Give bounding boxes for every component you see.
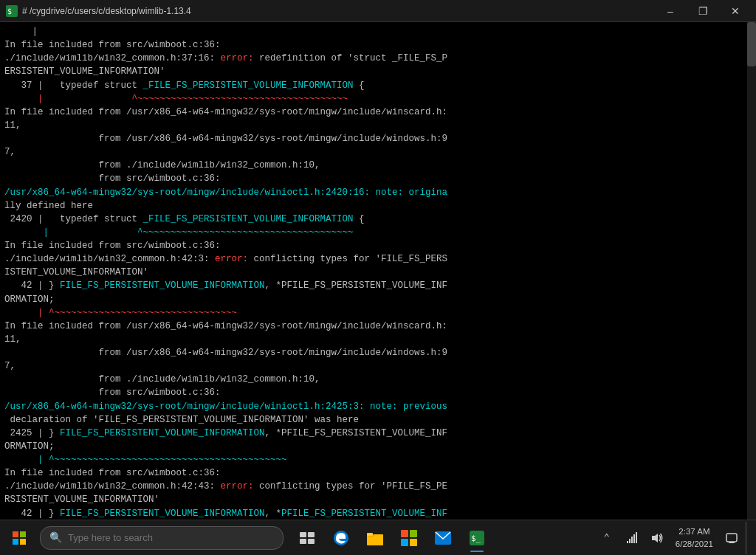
svg-rect-17: [410, 539, 417, 546]
terminal-line: from ./include/wimlib/win32_common.h:10,: [4, 373, 752, 386]
terminal-line: ./include/wimlib/win32_common.h:37:16: e…: [4, 52, 752, 65]
terminal-line: from src/wimboot.c:36:: [4, 386, 752, 399]
volume-icon[interactable]: [646, 525, 668, 551]
svg-rect-25: [636, 532, 637, 543]
ms-store-icon: [401, 530, 417, 546]
start-button[interactable]: [3, 522, 35, 554]
svg-rect-13: [367, 533, 373, 536]
clock-time: 2:37 AM: [678, 525, 709, 537]
svg-rect-15: [410, 530, 417, 537]
svg-rect-14: [401, 530, 408, 537]
edge-browser-button[interactable]: [325, 522, 357, 554]
svg-rect-2: [13, 531, 18, 537]
svg-rect-5: [20, 539, 26, 545]
terminal-line: 2425 | } FILE_FS_PERSISTENT_VOLUME_INFOR…: [4, 427, 752, 440]
svg-rect-16: [401, 539, 408, 546]
terminal-line: | ^~~~~~~~~~~~~~~~~~~~~~~~~~~~~~~~~~~~~~…: [4, 92, 752, 106]
minimize-button[interactable]: –: [656, 3, 685, 19]
title-bar: $ # /cygdrive/c/users/c/desktop/wimlib-1…: [0, 0, 756, 22]
terminal-line: from /usr/x86_64-w64-mingw32/sys-root/mi…: [4, 346, 752, 359]
search-input[interactable]: [68, 532, 274, 543]
title-bar-controls: – ❐ ✕: [656, 3, 750, 19]
terminal-content: | In file included from src/wimboot.c:36…: [0, 22, 756, 520]
terminal-line: 42 | } FILE_FS_PERSISTENT_VOLUME_INFORMA…: [4, 507, 752, 520]
terminal-line: lly defined here: [4, 199, 752, 213]
svg-rect-23: [631, 537, 633, 543]
terminal-line: 11,: [4, 119, 752, 132]
terminal-line: In file included from src/wimboot.c:36:: [4, 38, 752, 52]
svg-rect-8: [300, 539, 306, 544]
system-tray-chevron[interactable]: ⌃: [596, 525, 618, 551]
svg-marker-26: [652, 534, 658, 542]
title-bar-title: # /cygdrive/c/users/c/desktop/wimlib-1.1…: [22, 6, 191, 16]
terminal-line: | ^~~~~~~~~~~~~~~~~~~~~~~~~~~~~~~~~~: [4, 306, 752, 320]
mail-button[interactable]: [427, 522, 459, 554]
taskbar: 🔍: [0, 520, 756, 555]
file-explorer-icon: [367, 531, 383, 545]
taskbar-right: ⌃ 2:37 AM 6/28/2021: [596, 522, 753, 554]
terminal-line: from ./include/wimlib/win32_common.h:10,: [4, 159, 752, 172]
ms-store-button[interactable]: [393, 522, 425, 554]
svg-rect-28: [729, 542, 735, 543]
title-bar-left: $ # /cygdrive/c/users/c/desktop/wimlib-1…: [6, 5, 191, 17]
terminal-line: 7,: [4, 145, 752, 159]
terminal-line: 2420 | typedef struct _FILE_FS_PERSISTEN…: [4, 213, 752, 226]
show-desktop-button[interactable]: [746, 522, 750, 554]
maximize-button[interactable]: ❐: [688, 3, 718, 19]
clock-date: 6/28/2021: [676, 538, 713, 550]
terminal-line: In file included from src/wimboot.c:36:: [4, 466, 752, 480]
file-explorer-button[interactable]: [359, 522, 391, 554]
windows-logo-icon: [13, 531, 26, 545]
scrollbar-thumb[interactable]: [747, 22, 756, 66]
svg-rect-22: [629, 539, 630, 543]
system-clock[interactable]: 2:37 AM 6/28/2021: [671, 522, 718, 554]
terminal-app-icon: $: [6, 5, 18, 17]
close-button[interactable]: ✕: [721, 3, 750, 19]
svg-text:$_: $_: [471, 534, 481, 543]
svg-rect-6: [300, 532, 306, 537]
terminal-line: ./include/wimlib/win32_common.h:42:43: e…: [4, 480, 752, 493]
network-icon[interactable]: [621, 525, 643, 551]
svg-rect-21: [627, 541, 628, 543]
network-status-icon: [626, 532, 638, 544]
mail-icon: [435, 531, 451, 545]
svg-rect-27: [726, 534, 737, 542]
terminal-line: | ^~~~~~~~~~~~~~~~~~~~~~~~~~~~~~~~~~~~~~…: [4, 226, 752, 239]
terminal-line: from src/wimboot.c:36:: [4, 172, 752, 185]
terminal-line: ./include/wimlib/win32_common.h:42:3: er…: [4, 252, 752, 266]
terminal-line: 42 | } FILE_FS_PERSISTENT_VOLUME_INFORMA…: [4, 279, 752, 292]
terminal-line: ORMATION;: [4, 293, 752, 306]
terminal-line: /usr/x86_64-w64-mingw32/sys-root/mingw/i…: [4, 186, 752, 199]
terminal-line: 37 | typedef struct _FILE_FS_PERSISTENT_…: [4, 79, 752, 92]
terminal-button[interactable]: $_: [461, 522, 493, 554]
terminal-line: | ^~~~~~~~~~~~~~~~~~~~~~~~~~~~~~~~~~~~~~…: [4, 453, 752, 466]
search-icon: 🔍: [49, 531, 62, 544]
notification-bell-icon: [726, 532, 738, 544]
search-bar[interactable]: 🔍: [40, 526, 284, 550]
terminal-line: ERSISTENT_VOLUME_INFORMATION': [4, 65, 752, 78]
terminal-line: |: [4, 25, 752, 38]
svg-rect-24: [633, 534, 635, 543]
svg-text:$: $: [7, 7, 12, 15]
task-view-button[interactable]: [291, 522, 323, 554]
terminal-line: ORMATION;: [4, 440, 752, 453]
terminal-line: from /usr/x86_64-w64-mingw32/sys-root/mi…: [4, 132, 752, 145]
terminal-line: In file included from src/wimboot.c:36:: [4, 239, 752, 252]
terminal-line: ISTENT_VOLUME_INFORMATION': [4, 266, 752, 279]
svg-rect-7: [308, 532, 315, 537]
terminal-line: RSISTENT_VOLUME_INFORMATION': [4, 493, 752, 506]
scrollbar-track: [747, 22, 756, 520]
terminal-line: In file included from /usr/x86_64-w64-mi…: [4, 106, 752, 119]
terminal-line: In file included from /usr/x86_64-w64-mi…: [4, 320, 752, 333]
volume-status-icon: [651, 532, 663, 544]
notification-center-icon[interactable]: [721, 525, 743, 551]
task-view-icon: [300, 532, 315, 544]
terminal-line: 7,: [4, 359, 752, 373]
terminal-line: 11,: [4, 333, 752, 346]
terminal-taskbar-icon: $_: [470, 531, 484, 545]
svg-rect-9: [308, 539, 315, 544]
svg-rect-3: [20, 531, 26, 537]
svg-rect-4: [13, 539, 18, 545]
terminal-line: /usr/x86_64-w64-mingw32/sys-root/mingw/i…: [4, 400, 752, 413]
terminal-line: declaration of 'FILE_FS_PERSISTENT_VOLUM…: [4, 413, 752, 427]
